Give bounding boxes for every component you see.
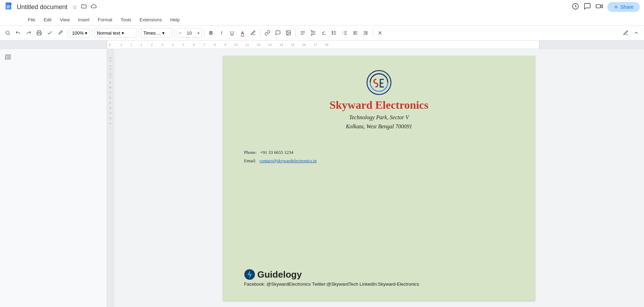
style-selector[interactable]: Normal text ▾ <box>94 28 136 38</box>
title-icons: ☆ <box>72 3 97 11</box>
email-address-text: contact@skywardelectronics.in <box>259 158 316 163</box>
menu-format[interactable]: Format <box>94 16 116 24</box>
menu-help[interactable]: Help <box>167 16 183 24</box>
guidelogy-icon <box>244 269 255 280</box>
font-value: Times ... <box>143 30 160 36</box>
menu-file[interactable]: File <box>24 16 39 24</box>
title-bar-left: Untitled document ☆ <box>4 2 97 12</box>
svg-point-45 <box>5 59 6 59</box>
email-link[interactable]: contact@skywardelectronics.in <box>259 158 316 163</box>
company-logo <box>366 70 392 95</box>
toolbar: 100% ▾ Normal text ▾ Times ... ▾ − + B I… <box>0 25 644 41</box>
redo-button[interactable] <box>24 28 34 38</box>
page: Skyward Electronics Technology Park, Sec… <box>223 56 535 301</box>
paint-format-button[interactable] <box>55 28 65 38</box>
align-button[interactable] <box>298 28 308 38</box>
title-bar: Untitled document ☆ Share <box>0 0 644 14</box>
menu-view[interactable]: View <box>56 16 73 24</box>
svg-point-13 <box>287 32 288 33</box>
menu-insert[interactable]: Insert <box>74 16 93 24</box>
doc-title[interactable]: Untitled document <box>17 3 67 11</box>
divider-4 <box>174 29 175 37</box>
document-container: 1 2 3 4 5 6 7 8 9 10 11 12 <box>107 49 644 307</box>
cloud-save-icon[interactable] <box>91 3 97 11</box>
checklist-button[interactable] <box>319 28 329 38</box>
style-value: Normal text <box>97 30 120 36</box>
comment-inline-button[interactable] <box>273 28 283 38</box>
underline-button[interactable]: U <box>227 28 237 38</box>
undo-button[interactable] <box>13 28 23 38</box>
svg-rect-7 <box>596 5 600 8</box>
outline-icon[interactable] <box>4 53 102 63</box>
svg-rect-5 <box>7 8 9 8</box>
image-button[interactable] <box>284 28 293 38</box>
address-line2-text: Kolkata, West Bengal 700091 <box>346 123 412 129</box>
decrease-font-button[interactable]: − <box>177 28 183 37</box>
phone-number: +91 33 6655 1234 <box>260 150 293 155</box>
font-selector[interactable]: Times ... ▾ <box>141 28 172 38</box>
divider-7 <box>295 29 296 37</box>
divider-8 <box>373 29 373 37</box>
print-button[interactable] <box>34 28 44 38</box>
divider-6 <box>260 29 260 37</box>
phone-line: Phone: +91 33 6655 1234 <box>244 148 514 156</box>
history-icon[interactable] <box>572 2 579 12</box>
guidelogy-header: Guidelogy <box>244 269 514 280</box>
company-name: Skyward Electronics <box>330 99 429 112</box>
italic-button[interactable]: I <box>217 28 227 38</box>
social-text: Facebook: @SkywardElectronics Twitter:@S… <box>244 281 419 287</box>
zoom-selector[interactable]: 100% ▾ <box>70 28 90 38</box>
zoom-chevron: ▾ <box>85 30 87 36</box>
share-button[interactable]: Share <box>607 2 640 12</box>
editing-mode-button[interactable] <box>621 28 631 38</box>
menu-tools[interactable]: Tools <box>117 16 135 24</box>
main-area: 1 2 3 4 5 6 7 8 9 10 11 12 <box>0 49 644 307</box>
svg-rect-4 <box>7 7 10 7</box>
title-bar-right: Share <box>572 2 640 12</box>
email-line: Email: contact@skywardelectronics.in <box>244 157 514 165</box>
ruler-content: -2 -1 | 1 2 3 4 5 6 7 8 9 10 11 12 13 14… <box>107 41 539 49</box>
letterhead: Skyward Electronics Technology Park, Sec… <box>244 70 514 131</box>
comment-icon[interactable] <box>584 2 591 12</box>
left-panel <box>0 49 107 307</box>
search-button[interactable] <box>3 28 13 38</box>
style-chevron: ▾ <box>122 30 124 36</box>
spellcheck-button[interactable] <box>45 28 55 38</box>
svg-rect-3 <box>7 6 10 6</box>
svg-point-44 <box>5 57 6 57</box>
star-icon[interactable]: ☆ <box>72 4 77 10</box>
divider-2 <box>92 29 92 37</box>
menu-edit[interactable]: Edit <box>40 16 55 24</box>
share-label: Share <box>621 4 634 10</box>
svg-point-24 <box>332 31 332 32</box>
highlight-button[interactable] <box>248 28 258 38</box>
increase-font-button[interactable]: + <box>195 28 201 37</box>
svg-line-11 <box>9 34 10 35</box>
toolbar-collapse-button[interactable] <box>631 28 641 38</box>
doc-scroll-area[interactable]: Skyward Electronics Technology Park, Sec… <box>114 49 644 307</box>
vertical-ruler: 1 2 3 4 5 6 7 8 9 10 11 12 <box>107 49 114 307</box>
font-size-control: − + <box>177 28 201 38</box>
indent-decrease-button[interactable] <box>350 28 360 38</box>
font-size-input[interactable] <box>183 30 195 36</box>
google-docs-icon <box>4 2 14 12</box>
company-address-line1: Technology Park, Sector V Kolkata, West … <box>346 113 412 131</box>
link-button[interactable] <box>263 28 272 38</box>
ruler: -2 -1 | 1 2 3 4 5 6 7 8 9 10 11 12 13 14… <box>0 41 644 49</box>
clear-format-button[interactable] <box>375 28 385 38</box>
numbered-list-button[interactable]: 1.2.3. <box>340 28 350 38</box>
email-label: Email: <box>244 158 256 163</box>
svg-point-26 <box>332 34 332 35</box>
line-spacing-button[interactable] <box>308 28 318 38</box>
text-color-button[interactable]: A <box>238 28 248 38</box>
guidelogy-label: Guidelogy <box>257 269 302 280</box>
ruler-right-margin <box>539 41 644 49</box>
bold-button[interactable]: B <box>206 28 216 38</box>
bullet-list-button[interactable] <box>329 28 339 38</box>
meeting-icon[interactable] <box>595 2 603 12</box>
folder-icon[interactable] <box>81 3 87 11</box>
indent-increase-button[interactable] <box>361 28 371 38</box>
menu-extensions[interactable]: Extensions <box>136 16 165 24</box>
address-line1-text: Technology Park, Sector V <box>349 114 409 120</box>
bottom-section: Guidelogy Facebook: @SkywardElectronics … <box>244 255 514 287</box>
